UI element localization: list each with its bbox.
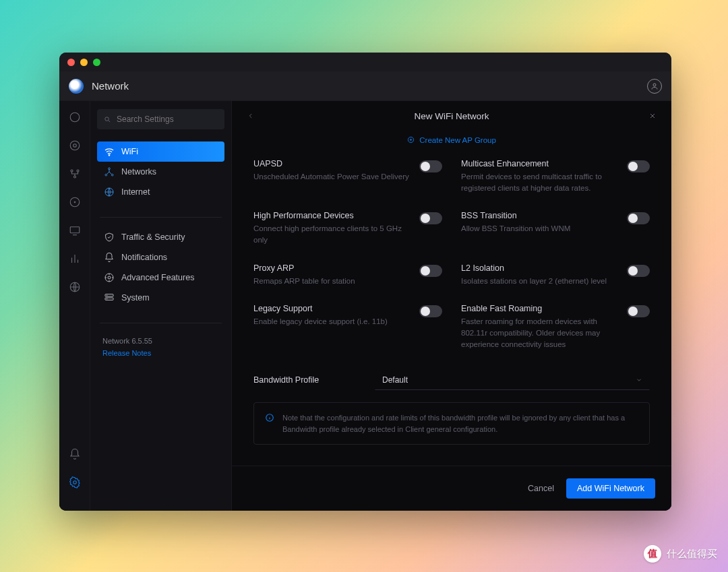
toggle-bss[interactable]	[627, 212, 650, 224]
sidebar-label: Advanced Features	[121, 273, 194, 282]
svg-point-23	[107, 298, 107, 299]
panel-title: New WiFi Network	[259, 111, 644, 121]
chevron-down-icon	[636, 377, 642, 383]
sidebar-item-notifications[interactable]: Notifications	[97, 247, 224, 267]
bandwidth-select[interactable]: Default	[375, 370, 650, 390]
add-wifi-network-button[interactable]: Add WiFi Network	[566, 478, 655, 499]
svg-point-15	[105, 174, 107, 176]
app-window: Network	[59, 53, 671, 511]
settings-sidebar: WiFi Networks Internet Traffic & Securit…	[90, 101, 232, 511]
setting-bss: BSS Transition Allow BSS Transition with…	[461, 211, 650, 245]
titlebar	[59, 53, 671, 71]
rail-stats-icon[interactable]	[68, 252, 82, 265]
sidebar-label: WiFi	[121, 147, 138, 156]
svg-point-16	[111, 174, 113, 176]
svg-point-4	[71, 170, 73, 172]
sidebar-item-traffic-security[interactable]: Traffic & Security	[97, 227, 224, 247]
rail-location-icon[interactable]	[68, 195, 82, 209]
cancel-button[interactable]: Cancel	[528, 484, 554, 493]
svg-point-3	[73, 144, 76, 148]
svg-rect-21	[105, 298, 113, 300]
sidebar-item-networks[interactable]: Networks	[97, 162, 224, 182]
sidebar-label: Internet	[121, 187, 150, 197]
back-button[interactable]	[243, 108, 259, 124]
svg-point-6	[73, 176, 75, 178]
svg-point-18	[108, 276, 111, 279]
svg-rect-9	[70, 227, 80, 233]
info-icon	[265, 413, 274, 422]
setting-fast-roaming: Enable Fast Roaming Faster roaming for m…	[461, 304, 650, 350]
svg-point-8	[74, 201, 75, 203]
rail-dashboard-icon[interactable]	[68, 110, 82, 124]
svg-rect-20	[105, 294, 113, 296]
svg-point-5	[77, 170, 79, 172]
svg-point-7	[70, 197, 80, 207]
watermark: 值 什么值得买	[644, 545, 717, 563]
close-button[interactable]	[644, 108, 661, 124]
toggle-multicast[interactable]	[627, 160, 650, 172]
rail-topology-icon[interactable]	[68, 139, 82, 152]
svg-point-12	[105, 117, 109, 121]
release-notes-link[interactable]: Release Notes	[102, 349, 219, 357]
rail-clients-icon[interactable]	[68, 167, 82, 181]
window-close-button[interactable]	[67, 59, 75, 66]
version-text: Network 6.5.55	[102, 337, 219, 345]
search-settings[interactable]	[97, 109, 224, 129]
sidebar-label: Traffic & Security	[121, 232, 185, 242]
setting-l2-isolation: L2 Isolation Isolates stations on layer …	[461, 263, 650, 287]
toggle-proxy-arp[interactable]	[419, 265, 442, 277]
svg-point-14	[109, 168, 111, 170]
toggle-high-perf[interactable]	[419, 212, 442, 224]
bandwidth-note: Note that the configuration and rate lim…	[253, 402, 650, 445]
sidebar-item-system[interactable]: System	[97, 288, 224, 308]
sidebar-label: System	[121, 293, 150, 303]
rail-settings-icon[interactable]	[68, 476, 82, 489]
sidebar-label: Networks	[121, 167, 156, 177]
window-maximize-button[interactable]	[93, 59, 100, 66]
setting-high-perf: High Performance Devices Connect high pe…	[253, 211, 442, 245]
bandwidth-label: Bandwidth Profile	[253, 375, 348, 385]
setting-uapsd: UAPSD Unscheduled Automatic Power Save D…	[253, 159, 442, 193]
svg-point-2	[70, 141, 80, 150]
account-icon[interactable]	[647, 79, 662, 94]
app-logo-icon	[69, 79, 84, 94]
svg-point-0	[653, 84, 656, 86]
rail-devices-icon[interactable]	[68, 224, 82, 237]
setting-multicast: Multicast Enhancement Permit devices to …	[461, 159, 650, 193]
svg-point-13	[109, 155, 109, 156]
sidebar-item-wifi[interactable]: WiFi	[97, 141, 224, 162]
sidebar-item-internet[interactable]: Internet	[97, 182, 224, 202]
search-input[interactable]	[117, 115, 218, 124]
toggle-l2-isolation[interactable]	[627, 265, 650, 277]
rail-globe-icon[interactable]	[68, 280, 82, 294]
window-minimize-button[interactable]	[80, 59, 88, 66]
toggle-fast-roaming[interactable]	[627, 305, 650, 317]
sidebar-item-advanced[interactable]: Advanced Features	[97, 267, 224, 288]
app-title: Network	[92, 80, 129, 92]
panel-footer: Cancel Add WiFi Network	[232, 466, 671, 511]
watermark-badge-icon: 值	[644, 545, 661, 563]
setting-proxy-arp: Proxy ARP Remaps ARP table for station	[253, 263, 442, 287]
toggle-legacy[interactable]	[419, 305, 442, 317]
sidebar-label: Notifications	[121, 253, 167, 262]
nav-rail	[59, 101, 90, 511]
svg-point-11	[73, 481, 76, 484]
toggle-uapsd[interactable]	[419, 160, 442, 172]
rail-notifications-icon[interactable]	[68, 447, 82, 461]
svg-point-22	[107, 295, 107, 296]
setting-legacy: Legacy Support Enable legacy device supp…	[253, 304, 442, 350]
main-panel: New WiFi Network Create New AP Group UAP…	[232, 101, 671, 511]
app-header: Network	[59, 71, 671, 101]
create-ap-group-link[interactable]: Create New AP Group	[253, 136, 650, 144]
